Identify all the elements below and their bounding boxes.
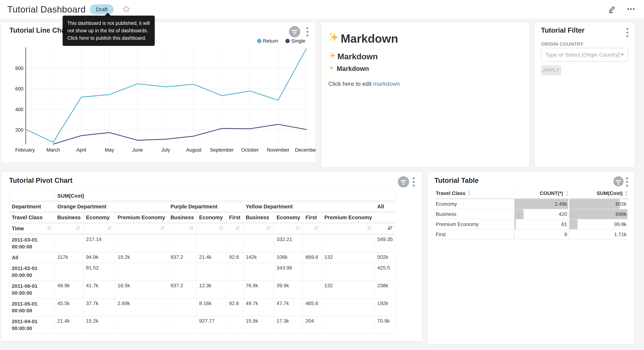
pivot-cell bbox=[168, 263, 196, 281]
pivot-cell bbox=[196, 263, 226, 281]
header-actions bbox=[607, 0, 636, 19]
cell-bar bbox=[514, 220, 516, 229]
markdown-h3: Markdown bbox=[328, 65, 369, 72]
origin-country-select[interactable]: Type or Select [Origin Country] bbox=[541, 48, 628, 62]
pivot-cell: 192k bbox=[374, 298, 396, 316]
pivot-cell bbox=[168, 298, 196, 316]
pivot-row-label: 2011-03-0100:00:00 bbox=[9, 234, 55, 252]
pivot-corner-blank bbox=[9, 191, 55, 201]
sort-icon[interactable] bbox=[218, 226, 224, 232]
sort-icon[interactable] bbox=[266, 226, 271, 232]
x-tick-label: April bbox=[76, 147, 86, 153]
pivot-time-label: Time bbox=[12, 226, 24, 232]
pivot-cell bbox=[168, 234, 196, 252]
favorite-star-icon[interactable] bbox=[122, 5, 130, 14]
x-tick-label: September bbox=[210, 147, 234, 153]
pivot-row-label: 2011-05-0100:00:00 bbox=[9, 298, 55, 316]
pivot-cell bbox=[168, 316, 196, 334]
table-cell-count: 9 bbox=[514, 230, 569, 240]
pivot-cell: 92.6 bbox=[226, 298, 243, 316]
page-title: Tutorial Dashboard bbox=[7, 4, 86, 15]
pivot-cell: 49.7k bbox=[243, 298, 274, 316]
pivot-sort-header bbox=[168, 223, 196, 234]
apply-button[interactable]: APPLY bbox=[541, 65, 561, 76]
filter-scope-icon[interactable] bbox=[289, 26, 300, 37]
sort-icon[interactable] bbox=[235, 226, 240, 232]
cell-bar bbox=[569, 199, 620, 209]
sort-icon[interactable] bbox=[75, 226, 81, 232]
filter-scope-icon[interactable] bbox=[613, 176, 624, 186]
select-placeholder: Type or Select [Origin Country] bbox=[545, 52, 620, 58]
x-tick-label: July bbox=[161, 147, 170, 153]
data-table: Travel ClassCOUNT(*)SUM(Cost)Economy2.46… bbox=[436, 188, 628, 240]
pivot-chart-card: Tutorial Pivot Chart SUM(Cost)Department… bbox=[1, 172, 422, 341]
pivot-cell: 76.9k bbox=[243, 281, 274, 298]
pivot-department-label: Department bbox=[9, 201, 55, 212]
sort-icon[interactable] bbox=[160, 226, 165, 232]
sort-icon[interactable] bbox=[107, 226, 112, 232]
ellipsis-menu-icon[interactable] bbox=[626, 4, 636, 15]
pivot-row: 2011-06-0100:00:0049.9k41.7k16.5k937.212… bbox=[9, 281, 396, 298]
markdown-edit-link[interactable]: markdown bbox=[373, 80, 400, 87]
pivot-cell: 502k bbox=[374, 252, 396, 263]
sort-icon[interactable] bbox=[314, 226, 319, 232]
pivot-column-header: Business bbox=[168, 212, 196, 223]
column-header-count[interactable]: COUNT(*) bbox=[540, 190, 569, 196]
sparkles-icon bbox=[328, 52, 336, 62]
edit-pencil-icon[interactable] bbox=[607, 4, 616, 15]
pivot-cell: 332.21 bbox=[274, 234, 303, 252]
pivot-cell: 12.3k bbox=[196, 281, 226, 298]
x-tick-label: May bbox=[105, 147, 114, 153]
pivot-cell: 49.9k bbox=[55, 281, 84, 298]
pivot-cell bbox=[115, 263, 168, 281]
pivot-cell bbox=[303, 281, 322, 298]
pivot-cell: 47.7k bbox=[274, 298, 303, 316]
sort-icon[interactable] bbox=[295, 226, 300, 232]
table-card-title: Tutorial Table bbox=[434, 177, 479, 184]
pivot-time-header: Time bbox=[9, 223, 55, 234]
sort-icon[interactable] bbox=[46, 225, 52, 232]
pivot-row: 2011-05-0100:00:0045.5k37.7k2.69k8.16k92… bbox=[9, 298, 396, 316]
pivot-column-header: First bbox=[226, 212, 243, 223]
pivot-column-header: Premium Economy bbox=[115, 212, 168, 223]
kebab-menu-icon[interactable] bbox=[626, 177, 628, 186]
kebab-menu-icon[interactable] bbox=[306, 27, 308, 36]
table-card: Tutorial Table Travel ClassCOUNT(*)SUM(C… bbox=[428, 172, 634, 344]
table-cell-sum-cost: 696k bbox=[569, 209, 628, 219]
pivot-row-label: 2011-06-0100:00:00 bbox=[9, 281, 55, 298]
column-header-travel-class[interactable]: Travel Class bbox=[436, 190, 471, 196]
pivot-cell bbox=[322, 234, 374, 252]
pivot-cell: 927.77 bbox=[196, 316, 226, 334]
table-cell-travel-class: Economy bbox=[436, 199, 514, 209]
publish-tooltip-text: This dashboard is not published, it will… bbox=[67, 20, 150, 41]
table-cell-count: 420 bbox=[514, 209, 569, 219]
pivot-cell bbox=[226, 263, 243, 281]
legend-dot bbox=[285, 39, 290, 43]
sort-icon[interactable] bbox=[367, 226, 372, 232]
cell-bar bbox=[569, 220, 578, 229]
x-tick-label: November bbox=[267, 147, 290, 153]
line-chart-card: Tutorial Line Chart ReturnSingle 2004006… bbox=[1, 22, 316, 163]
kebab-menu-icon[interactable] bbox=[626, 28, 628, 37]
pivot-row-label: 2011-02-0100:00:00 bbox=[9, 263, 55, 281]
pivot-cell bbox=[303, 234, 322, 252]
y-tick-label: 400 bbox=[15, 107, 24, 112]
table-cell-sum-cost: 602k bbox=[569, 199, 628, 209]
pivot-cell: 37.7k bbox=[83, 298, 115, 316]
x-tick-label: February bbox=[15, 147, 35, 153]
superset-dashboard: Tutorial Dashboard Draft This dashboard … bbox=[0, 0, 644, 350]
column-header-sum-cost[interactable]: SUM(Cost) bbox=[597, 190, 628, 196]
cell-bar bbox=[514, 209, 524, 219]
table-header-row: Travel ClassCOUNT(*)SUM(Cost) bbox=[436, 188, 628, 199]
table-cell-travel-class: Business bbox=[436, 209, 514, 219]
kebab-menu-icon[interactable] bbox=[413, 177, 415, 186]
y-tick-label: 600 bbox=[15, 86, 24, 92]
line-chart-canvas[interactable]: 200400600800FebruaryMarchAprilMayJuneJul… bbox=[1, 43, 316, 162]
sort-icon[interactable] bbox=[188, 226, 194, 232]
sort-icon-active[interactable] bbox=[387, 226, 393, 232]
pivot-column-header: Economy bbox=[274, 212, 303, 223]
pivot-cell: 17.3k bbox=[274, 316, 303, 334]
pivot-travel-class-label: Travel Class bbox=[9, 212, 55, 223]
pivot-cell bbox=[115, 316, 168, 334]
filter-scope-icon[interactable] bbox=[398, 176, 409, 188]
